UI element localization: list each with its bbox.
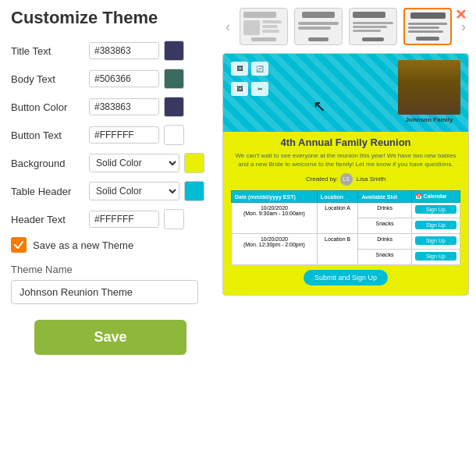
theme-name-label: Theme Name [11, 264, 210, 275]
table-header-swatch[interactable] [184, 181, 204, 201]
save-as-new-checkbox[interactable] [11, 237, 27, 253]
background-select[interactable]: Solid Color Gradient Image [89, 154, 179, 172]
save-as-new-row: Save as a new Theme [11, 237, 210, 253]
prev-template-button[interactable]: ‹ [222, 19, 233, 35]
template-thumb-4[interactable] [403, 8, 452, 45]
background-row: Background Solid Color Gradient Image [11, 153, 210, 173]
button-text-input[interactable] [89, 126, 159, 144]
body-text-label: Body Text [11, 73, 89, 85]
table-header-select[interactable]: Solid Color Gradient [89, 182, 179, 200]
preview-header: 🖼 🔄 🖼 ✂ Johnson Family ↖ [223, 54, 468, 132]
date-cell-2: 10/20/2020(Mon. 12:30pm - 2:00pm) [232, 234, 318, 265]
button-text-row: Button Text [11, 125, 210, 145]
sign-up-btn-2[interactable]: Sign Up [415, 221, 456, 229]
header-icon-3: 🖼 [231, 82, 248, 96]
submit-button[interactable]: Submit and Sign Up [304, 270, 388, 285]
slot-drinks-1: Drinks [358, 203, 411, 218]
date-cell-1: 10/20/2020(Mon. 9:30am - 10:00am) [232, 203, 318, 234]
table-header-date: Date (mm/dd/yyyy EST) [232, 191, 318, 203]
right-panel: ‹ [222, 8, 469, 355]
title-text-swatch[interactable] [164, 41, 184, 61]
button-text-label: Button Text [11, 129, 89, 141]
header-text-label: Header Text [11, 214, 89, 225]
title-text-row: Title Text [11, 41, 210, 61]
theme-name-input[interactable] [11, 280, 198, 304]
button-color-row: Button Color [11, 97, 210, 117]
table-row: 10/20/2020(Mon. 9:30am - 10:00am) Locati… [232, 203, 460, 218]
preview-body: 4th Annual Family Reunion We can't wait … [223, 132, 468, 295]
signup-snacks-2[interactable]: Sign Up [411, 250, 460, 265]
body-text-swatch[interactable] [164, 69, 184, 89]
table-header-label: Table Header [11, 186, 89, 197]
table-header-slot: Available Slot [358, 191, 411, 203]
signup-drinks-1[interactable]: Sign Up [411, 203, 460, 218]
template-thumb-3[interactable] [349, 8, 397, 45]
table-header-calendar: 📅 Calendar [411, 191, 460, 203]
page-title: Customize Theme [11, 8, 210, 28]
button-text-swatch[interactable] [164, 125, 184, 145]
preview-table: Date (mm/dd/yyyy EST) Location Available… [231, 190, 460, 265]
button-color-swatch[interactable] [164, 97, 184, 117]
header-text-swatch[interactable] [164, 209, 184, 229]
location-cell-1: Location A [317, 203, 358, 234]
button-color-input[interactable] [89, 98, 159, 115]
background-label: Background [11, 158, 89, 169]
close-button[interactable]: ✕ [455, 6, 467, 23]
save-button[interactable]: Save [34, 320, 186, 355]
slot-drinks-2: Drinks [358, 234, 411, 250]
header-icon-2: 🔄 [251, 62, 268, 76]
header-icons: 🖼 🔄 🖼 ✂ [231, 62, 268, 96]
signup-snacks-1[interactable]: Sign Up [411, 218, 460, 234]
sign-up-btn-4[interactable]: Sign Up [415, 252, 456, 261]
save-as-new-label: Save as a new Theme [33, 239, 133, 251]
location-cell-2: Location B [317, 234, 358, 265]
preview-card: 🖼 🔄 🖼 ✂ Johnson Family ↖ [222, 53, 469, 296]
table-header-location: Location [317, 191, 358, 203]
header-text-row: Header Text [11, 209, 210, 229]
cursor-icon: ↖ [313, 97, 326, 115]
slot-snacks-1: Snacks [358, 218, 411, 234]
template-thumb-1[interactable] [240, 8, 288, 45]
title-text-label: Title Text [11, 45, 89, 57]
header-icon-1: 🖼 [231, 62, 248, 76]
creator-badge: LS [340, 173, 353, 186]
button-color-label: Button Color [11, 101, 89, 113]
slot-snacks-2: Snacks [358, 250, 411, 265]
preview-photo [398, 60, 460, 115]
template-selector: ‹ [222, 8, 469, 45]
background-swatch[interactable] [184, 153, 204, 173]
table-row: 10/20/2020(Mon. 12:30pm - 2:00pm) Locati… [232, 234, 460, 250]
preview-created-by: Created by: LS Lisa Smith [231, 173, 460, 186]
template-thumb-2[interactable] [294, 8, 343, 45]
sign-up-btn-3[interactable]: Sign Up [415, 236, 456, 245]
header-text-input[interactable] [89, 211, 159, 228]
body-text-input[interactable] [89, 70, 159, 87]
preview-event-title: 4th Annual Family Reunion [231, 136, 460, 148]
preview-description: We can't wait to see everyone at the reu… [231, 151, 460, 168]
body-text-row: Body Text [11, 69, 210, 89]
event-name-label: Johnson Family [406, 116, 453, 123]
header-icon-4: ✂ [251, 82, 268, 96]
sign-up-btn-1[interactable]: Sign Up [415, 205, 456, 214]
left-panel: Customize Theme Title Text Body Text But… [11, 8, 210, 355]
title-text-input[interactable] [89, 42, 159, 59]
signup-drinks-2[interactable]: Sign Up [411, 234, 460, 250]
table-header-row: Table Header Solid Color Gradient [11, 181, 210, 201]
